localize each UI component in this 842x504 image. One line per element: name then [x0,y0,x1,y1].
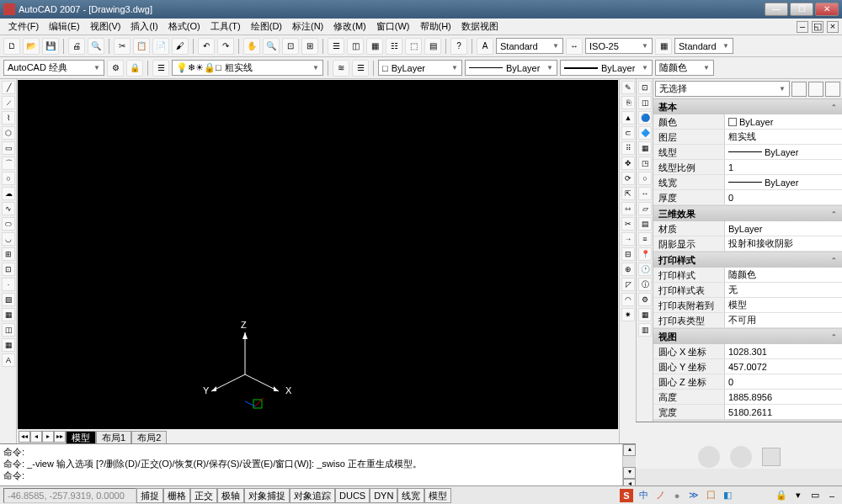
arc-tool[interactable]: ⌒ [2,157,15,170]
prop-row[interactable]: 图层粗实线 [653,130,842,145]
tray-stroke-icon[interactable]: ノ [653,489,667,502]
prop-value[interactable]: 投射和接收阴影 [725,236,842,251]
3d-box-icon[interactable]: ◳ [638,157,652,170]
zoom-prev-button[interactable]: ⊞ [301,38,318,55]
toggle-pim-button[interactable] [825,82,840,97]
chamfer-tool[interactable]: ◸ [621,278,635,291]
3d-solid-icon[interactable]: ▦ [638,141,652,155]
prop-value[interactable]: 1885.8956 [725,390,842,404]
new-button[interactable]: 🗋 [3,38,20,55]
mdi-close-button[interactable]: × [827,21,839,33]
3d-wire-icon[interactable]: ⊡ [638,81,652,94]
prop-section-header[interactable]: 视图⌃ [653,329,842,344]
menu-o[interactable]: 格式(O) [163,19,205,34]
move-tool[interactable]: ✥ [621,157,635,170]
explode-tool[interactable]: ✷ [621,308,635,321]
cmd-prompt[interactable]: 命令: [3,470,619,481]
mdi-minimize-button[interactable]: – [797,21,808,33]
nav-circle-left[interactable] [698,446,720,468]
redo-button[interactable]: ↷ [217,38,234,55]
menu-d[interactable]: 绘图(D) [246,19,287,34]
prop-value[interactable]: ByLayer [725,114,842,129]
stretch-tool[interactable]: ⇿ [621,202,635,215]
select-objects-button[interactable] [808,82,823,97]
hatch-tool[interactable]: ▨ [2,293,15,306]
extend-tool[interactable]: → [621,232,635,246]
prop-row[interactable]: 打印表类型不可用 [653,313,842,328]
prop-value[interactable]: 0 [725,190,842,204]
prop-row[interactable]: 线宽ByLayer [653,175,842,190]
workspace-save-button[interactable]: 🔒 [126,60,143,77]
lineweight-combo[interactable]: ByLayer▼ [560,60,653,76]
status-toggle[interactable]: 正交 [190,488,217,503]
copy-tool[interactable]: ⎘ [621,96,635,109]
prop-row[interactable]: 线型比例1 [653,160,842,175]
make-block-tool[interactable]: ⊡ [2,263,15,276]
markup-button[interactable]: ⬚ [405,38,422,55]
status-tool[interactable]: ⓘ [638,278,652,291]
table-tool[interactable]: ▦ [2,338,15,352]
match-button[interactable]: 🖌 [172,38,189,55]
menu-[interactable]: 数据视图 [456,19,504,34]
prop-value[interactable]: ByLayer [725,175,842,189]
layer-prev-button[interactable]: ≋ [333,60,349,77]
tab-layout2[interactable]: 布局2 [131,431,167,443]
text-style-combo[interactable]: Standard▼ [496,38,563,54]
tablestyle-icon[interactable]: ▦ [655,38,672,55]
tray-menu-icon[interactable]: – [825,489,839,502]
scroll-up-button[interactable]: ▴ [623,444,636,456]
3d-conceptual-icon[interactable]: 🔷 [638,126,652,140]
prop-value[interactable]: 粗实线 [725,130,842,144]
prop-value[interactable]: 5180.2611 [725,405,842,419]
tab-model[interactable]: 模型 [66,431,96,443]
prop-row[interactable]: 厚度0 [653,190,842,205]
dimstyle-icon[interactable]: ↔ [566,38,583,55]
tray-softkbd-icon[interactable]: 囗 [704,489,717,502]
rectangle-tool[interactable]: ▭ [2,141,15,155]
scale-tool[interactable]: ⇱ [621,187,635,200]
menu-h[interactable]: 帮助(H) [415,19,456,34]
properties-button[interactable]: ☰ [328,38,344,55]
plot-button[interactable]: 🖨 [68,38,85,55]
gradient-tool[interactable]: ▦ [2,308,15,321]
polygon-tool[interactable]: ⬡ [2,126,15,140]
ellipse-arc-tool[interactable]: ◡ [2,232,15,246]
array-tool[interactable]: ⠿ [621,141,635,155]
list-tool[interactable]: ≡ [638,232,652,246]
tab-prev-button[interactable]: ◂ [30,431,42,443]
save-button[interactable]: 💾 [42,38,59,55]
scroll-track[interactable] [623,456,636,467]
prop-value[interactable]: 随颜色 [725,268,842,282]
id-tool[interactable]: 📍 [638,247,652,261]
help-button[interactable]: ? [450,38,467,55]
time-tool[interactable]: 🕐 [638,263,652,276]
menu-t[interactable]: 工具(T) [205,19,246,34]
rotate-tool[interactable]: ⟳ [621,172,635,185]
preview-button[interactable]: 🔍 [88,38,104,55]
tab-next-button[interactable]: ▸ [42,431,54,443]
setvar-tool[interactable]: ⚙ [638,293,652,306]
tray-arrow-icon[interactable]: ▾ [791,489,805,502]
menu-n[interactable]: 标注(N) [287,19,328,34]
prop-value[interactable]: 1028.301 [725,344,842,358]
offset-tool[interactable]: ⊂ [621,126,635,140]
quick-select-button[interactable] [791,82,807,97]
table-style-combo[interactable]: Standard▼ [674,38,733,54]
status-toggle[interactable]: 栅格 [163,488,190,503]
zoom-window-button[interactable]: ⊡ [282,38,299,55]
prop-value[interactable]: 不可用 [725,313,842,327]
ellipse-tool[interactable]: ⬭ [2,217,15,231]
dim-style-combo[interactable]: ISO-25▼ [585,38,653,54]
layer-manager-button[interactable]: ☰ [152,60,169,77]
prop-section-header[interactable]: 基本⌃ [653,99,842,114]
mtext-tool[interactable]: A [2,353,15,367]
nav-circle-right[interactable] [730,446,752,468]
prop-value[interactable]: ByLayer [725,221,842,236]
menu-m[interactable]: 修改(M) [328,19,371,34]
point-tool[interactable]: · [2,278,15,291]
prop-value[interactable]: 457.0072 [725,359,842,374]
lock-icon[interactable]: 🔒 [775,489,788,502]
prop-row[interactable]: 阴影显示投射和接收阴影 [653,236,842,252]
break-tool[interactable]: ⊟ [621,247,635,261]
status-toggle[interactable]: DYN [370,488,397,503]
